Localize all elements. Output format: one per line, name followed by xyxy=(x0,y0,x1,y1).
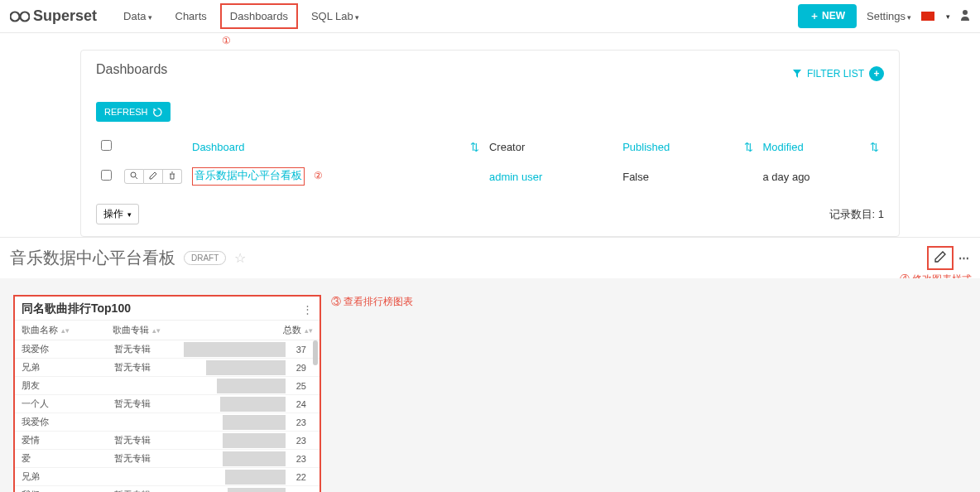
scrollbar[interactable] xyxy=(313,340,318,365)
favorite-star-icon[interactable]: ☆ xyxy=(234,250,246,266)
new-button[interactable]: ＋ NEW xyxy=(798,4,857,28)
col-album[interactable]: 歌曲专辑▴▾ xyxy=(106,321,180,340)
album-cell: 暂无专辑 xyxy=(108,432,184,450)
svg-point-0 xyxy=(11,12,20,21)
ranking-row: 我爱你暂无专辑37 xyxy=(15,340,319,359)
song-name-cell: 朋友 xyxy=(15,377,108,395)
more-menu-icon[interactable]: ⋯ xyxy=(958,252,970,264)
nav-sqllab[interactable]: SQL Lab▾ xyxy=(301,3,369,29)
user-icon[interactable] xyxy=(960,9,970,23)
album-cell xyxy=(108,413,184,432)
col-published[interactable]: Published⇅ xyxy=(617,133,757,161)
edit-dashboard-icon[interactable] xyxy=(934,253,947,266)
bar-cell xyxy=(184,359,286,377)
dashboard-title: 音乐数据中心平台看板 xyxy=(10,247,175,269)
view-icon[interactable] xyxy=(124,169,144,184)
count-cell: 25 xyxy=(286,377,319,395)
published-cell: False xyxy=(617,161,757,193)
ranking-row: 我爱你23 xyxy=(15,413,319,432)
col-count[interactable]: 总数▴▾ xyxy=(180,321,319,340)
bar-cell xyxy=(184,395,286,413)
bar-cell xyxy=(184,413,286,432)
creator-link[interactable]: admin user xyxy=(489,171,542,183)
col-creator: Creator xyxy=(484,133,617,161)
ranking-row: 兄弟暂无专辑29 xyxy=(15,359,319,377)
nav-data[interactable]: Data▾ xyxy=(113,3,161,29)
bar-cell xyxy=(184,450,286,468)
count-cell: 23 xyxy=(286,450,319,468)
svg-point-3 xyxy=(131,172,136,177)
annotation-1: ① xyxy=(222,35,231,46)
svg-point-2 xyxy=(963,10,968,15)
bar-cell xyxy=(184,377,286,395)
add-filter-button[interactable]: + xyxy=(869,66,884,81)
top-nav: Superset Data▾ Charts Dashboards SQL Lab… xyxy=(0,0,980,33)
dashboard-link[interactable]: 音乐数据中心平台看板 xyxy=(195,168,302,185)
col-modified[interactable]: Modified⇅ xyxy=(758,133,885,161)
nav-charts[interactable]: Charts xyxy=(166,3,217,29)
language-flag[interactable] xyxy=(921,12,934,21)
song-name-cell: 我爱你 xyxy=(15,340,108,359)
refresh-button[interactable]: REFRESH xyxy=(96,102,171,122)
ranking-row: 爱暂无专辑23 xyxy=(15,450,319,468)
ranking-row: 爱情暂无专辑23 xyxy=(15,432,319,450)
brand-text: Superset xyxy=(33,7,97,25)
album-cell: 暂无专辑 xyxy=(108,359,184,377)
bar-cell xyxy=(184,432,286,450)
count-cell: 24 xyxy=(286,395,319,413)
record-count: 记录数目: 1 xyxy=(829,207,884,222)
chart-title: 同名歌曲排行Top100 xyxy=(22,301,131,316)
col-dashboard[interactable]: Dashboard⇅ xyxy=(187,133,484,161)
dashboard-view: 音乐数据中心平台看板 DRAFT ☆ ⋯ ④ 修改图表样式 ③ 查看排行榜图表 … xyxy=(0,237,980,492)
count-cell: 23 xyxy=(286,432,319,450)
song-name-cell: 兄弟 xyxy=(15,468,108,486)
edit-icon[interactable] xyxy=(144,169,163,184)
dashboards-panel: Dashboards FILTER LIST + REFRESH Dashboa… xyxy=(80,50,900,237)
refresh-icon xyxy=(153,108,162,117)
count-cell: 22 xyxy=(286,468,319,486)
ranking-row: 朋友25 xyxy=(15,377,319,395)
svg-point-1 xyxy=(21,12,30,21)
row-checkbox[interactable] xyxy=(101,170,112,181)
album-cell: 暂无专辑 xyxy=(108,395,184,413)
album-cell xyxy=(108,468,184,486)
count-cell: 21 xyxy=(286,486,319,493)
ranking-table: 歌曲名称▴▾ 歌曲专辑▴▾ 总数▴▾ xyxy=(15,320,319,340)
select-all-checkbox[interactable] xyxy=(101,140,112,151)
count-cell: 23 xyxy=(286,413,319,432)
dashboards-table: Dashboard⇅ Creator Published⇅ Modified⇅ xyxy=(96,133,884,192)
settings-menu[interactable]: Settings▾ xyxy=(867,10,911,22)
annotation-2: ② xyxy=(314,170,323,181)
delete-icon[interactable] xyxy=(163,169,182,184)
dashboard-body: ③ 查看排行榜图表 同名歌曲排行Top100 ⋮ 歌曲名称▴▾ 歌曲专辑▴▾ 总… xyxy=(0,278,980,492)
nav-right: ＋ NEW Settings▾ ▾ xyxy=(798,4,970,28)
ranking-row: 我们暂无专辑21 xyxy=(15,486,319,493)
album-cell: 暂无专辑 xyxy=(108,450,184,468)
logo[interactable]: Superset xyxy=(10,7,97,25)
dashboard-header: 音乐数据中心平台看板 DRAFT ☆ ⋯ ④ 修改图表样式 xyxy=(0,238,980,278)
song-name-cell: 兄弟 xyxy=(15,359,108,377)
bulk-action-button[interactable]: 操作 ▾ xyxy=(96,204,139,224)
chart-menu-icon[interactable]: ⋮ xyxy=(302,303,313,316)
col-song-name[interactable]: 歌曲名称▴▾ xyxy=(15,321,106,340)
album-cell xyxy=(108,377,184,395)
superset-logo-icon xyxy=(10,10,30,23)
filter-list[interactable]: FILTER LIST + xyxy=(792,66,884,81)
album-cell: 暂无专辑 xyxy=(108,486,184,493)
bar-cell xyxy=(184,486,286,493)
bar-cell xyxy=(184,468,286,486)
nav-dashboards[interactable]: Dashboards xyxy=(220,3,298,29)
ranking-row: 兄弟22 xyxy=(15,468,319,486)
song-name-cell: 一个人 xyxy=(15,395,108,413)
chart-card: 同名歌曲排行Top100 ⋮ 歌曲名称▴▾ 歌曲专辑▴▾ 总数▴▾ 我爱你暂无专… xyxy=(13,295,321,492)
table-row: 音乐数据中心平台看板 ② admin user False a day ago xyxy=(96,161,884,193)
filter-icon xyxy=(792,69,802,79)
nav-items: Data▾ Charts Dashboards SQL Lab▾ xyxy=(113,3,369,29)
language-caret[interactable]: ▾ xyxy=(946,12,950,21)
panel-title: Dashboards xyxy=(96,62,167,77)
album-cell: 暂无专辑 xyxy=(108,340,184,359)
ranking-row: 一个人暂无专辑24 xyxy=(15,395,319,413)
song-name-cell: 爱 xyxy=(15,450,108,468)
song-name-cell: 爱情 xyxy=(15,432,108,450)
draft-badge: DRAFT xyxy=(184,251,226,265)
